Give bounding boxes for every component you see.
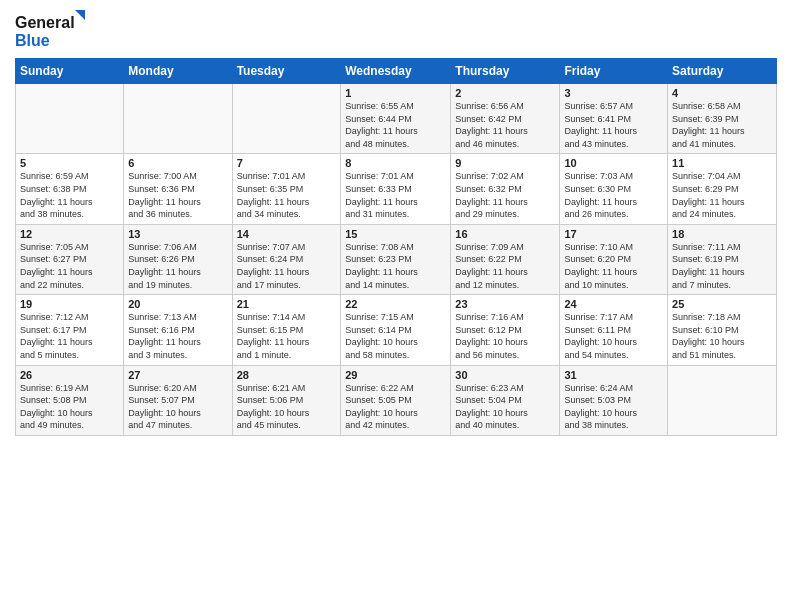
day-number: 24: [564, 298, 663, 310]
day-info: Sunrise: 7:05 AM Sunset: 6:27 PM Dayligh…: [20, 241, 119, 291]
day-number: 29: [345, 369, 446, 381]
calendar-cell: 5Sunrise: 6:59 AM Sunset: 6:38 PM Daylig…: [16, 154, 124, 224]
logo: GeneralBlue: [15, 10, 85, 50]
day-info: Sunrise: 6:22 AM Sunset: 5:05 PM Dayligh…: [345, 382, 446, 432]
calendar-week-2: 5Sunrise: 6:59 AM Sunset: 6:38 PM Daylig…: [16, 154, 777, 224]
day-info: Sunrise: 7:00 AM Sunset: 6:36 PM Dayligh…: [128, 170, 227, 220]
day-info: Sunrise: 6:19 AM Sunset: 5:08 PM Dayligh…: [20, 382, 119, 432]
column-header-monday: Monday: [124, 59, 232, 84]
day-number: 28: [237, 369, 337, 381]
day-info: Sunrise: 7:06 AM Sunset: 6:26 PM Dayligh…: [128, 241, 227, 291]
column-header-sunday: Sunday: [16, 59, 124, 84]
calendar-cell: 8Sunrise: 7:01 AM Sunset: 6:33 PM Daylig…: [341, 154, 451, 224]
calendar-cell: 1Sunrise: 6:55 AM Sunset: 6:44 PM Daylig…: [341, 84, 451, 154]
day-info: Sunrise: 6:55 AM Sunset: 6:44 PM Dayligh…: [345, 100, 446, 150]
day-number: 9: [455, 157, 555, 169]
calendar-cell: 16Sunrise: 7:09 AM Sunset: 6:22 PM Dayli…: [451, 224, 560, 294]
day-number: 5: [20, 157, 119, 169]
calendar-cell: 6Sunrise: 7:00 AM Sunset: 6:36 PM Daylig…: [124, 154, 232, 224]
calendar-cell: 14Sunrise: 7:07 AM Sunset: 6:24 PM Dayli…: [232, 224, 341, 294]
day-info: Sunrise: 7:04 AM Sunset: 6:29 PM Dayligh…: [672, 170, 772, 220]
day-number: 27: [128, 369, 227, 381]
day-number: 21: [237, 298, 337, 310]
day-number: 20: [128, 298, 227, 310]
day-number: 2: [455, 87, 555, 99]
day-info: Sunrise: 7:07 AM Sunset: 6:24 PM Dayligh…: [237, 241, 337, 291]
calendar-cell: 25Sunrise: 7:18 AM Sunset: 6:10 PM Dayli…: [668, 295, 777, 365]
day-info: Sunrise: 7:01 AM Sunset: 6:33 PM Dayligh…: [345, 170, 446, 220]
day-info: Sunrise: 6:23 AM Sunset: 5:04 PM Dayligh…: [455, 382, 555, 432]
day-info: Sunrise: 7:10 AM Sunset: 6:20 PM Dayligh…: [564, 241, 663, 291]
calendar-cell: 18Sunrise: 7:11 AM Sunset: 6:19 PM Dayli…: [668, 224, 777, 294]
calendar-cell: 23Sunrise: 7:16 AM Sunset: 6:12 PM Dayli…: [451, 295, 560, 365]
day-number: 25: [672, 298, 772, 310]
day-info: Sunrise: 7:14 AM Sunset: 6:15 PM Dayligh…: [237, 311, 337, 361]
calendar-cell: 10Sunrise: 7:03 AM Sunset: 6:30 PM Dayli…: [560, 154, 668, 224]
day-number: 7: [237, 157, 337, 169]
day-number: 11: [672, 157, 772, 169]
day-number: 1: [345, 87, 446, 99]
day-info: Sunrise: 7:13 AM Sunset: 6:16 PM Dayligh…: [128, 311, 227, 361]
calendar-cell: 21Sunrise: 7:14 AM Sunset: 6:15 PM Dayli…: [232, 295, 341, 365]
calendar-cell: 9Sunrise: 7:02 AM Sunset: 6:32 PM Daylig…: [451, 154, 560, 224]
day-info: Sunrise: 7:09 AM Sunset: 6:22 PM Dayligh…: [455, 241, 555, 291]
svg-text:Blue: Blue: [15, 32, 50, 49]
calendar-header-row: SundayMondayTuesdayWednesdayThursdayFrid…: [16, 59, 777, 84]
calendar-cell: [124, 84, 232, 154]
day-info: Sunrise: 7:03 AM Sunset: 6:30 PM Dayligh…: [564, 170, 663, 220]
day-number: 23: [455, 298, 555, 310]
column-header-saturday: Saturday: [668, 59, 777, 84]
calendar-table: SundayMondayTuesdayWednesdayThursdayFrid…: [15, 58, 777, 436]
day-info: Sunrise: 6:20 AM Sunset: 5:07 PM Dayligh…: [128, 382, 227, 432]
day-number: 16: [455, 228, 555, 240]
day-info: Sunrise: 7:12 AM Sunset: 6:17 PM Dayligh…: [20, 311, 119, 361]
calendar-cell: [668, 365, 777, 435]
day-info: Sunrise: 7:16 AM Sunset: 6:12 PM Dayligh…: [455, 311, 555, 361]
calendar-cell: 11Sunrise: 7:04 AM Sunset: 6:29 PM Dayli…: [668, 154, 777, 224]
column-header-friday: Friday: [560, 59, 668, 84]
calendar-cell: 22Sunrise: 7:15 AM Sunset: 6:14 PM Dayli…: [341, 295, 451, 365]
calendar-cell: 13Sunrise: 7:06 AM Sunset: 6:26 PM Dayli…: [124, 224, 232, 294]
page: GeneralBlue SundayMondayTuesdayWednesday…: [0, 0, 792, 612]
calendar-cell: 12Sunrise: 7:05 AM Sunset: 6:27 PM Dayli…: [16, 224, 124, 294]
calendar-cell: 20Sunrise: 7:13 AM Sunset: 6:16 PM Dayli…: [124, 295, 232, 365]
calendar-cell: 2Sunrise: 6:56 AM Sunset: 6:42 PM Daylig…: [451, 84, 560, 154]
day-info: Sunrise: 6:58 AM Sunset: 6:39 PM Dayligh…: [672, 100, 772, 150]
calendar-week-5: 26Sunrise: 6:19 AM Sunset: 5:08 PM Dayli…: [16, 365, 777, 435]
day-info: Sunrise: 7:15 AM Sunset: 6:14 PM Dayligh…: [345, 311, 446, 361]
day-info: Sunrise: 6:57 AM Sunset: 6:41 PM Dayligh…: [564, 100, 663, 150]
day-info: Sunrise: 7:18 AM Sunset: 6:10 PM Dayligh…: [672, 311, 772, 361]
calendar-cell: 30Sunrise: 6:23 AM Sunset: 5:04 PM Dayli…: [451, 365, 560, 435]
calendar-cell: 19Sunrise: 7:12 AM Sunset: 6:17 PM Dayli…: [16, 295, 124, 365]
day-number: 17: [564, 228, 663, 240]
logo-svg: GeneralBlue: [15, 10, 85, 50]
calendar-cell: 7Sunrise: 7:01 AM Sunset: 6:35 PM Daylig…: [232, 154, 341, 224]
day-number: 14: [237, 228, 337, 240]
day-info: Sunrise: 7:17 AM Sunset: 6:11 PM Dayligh…: [564, 311, 663, 361]
day-info: Sunrise: 7:01 AM Sunset: 6:35 PM Dayligh…: [237, 170, 337, 220]
calendar-cell: 15Sunrise: 7:08 AM Sunset: 6:23 PM Dayli…: [341, 224, 451, 294]
day-number: 18: [672, 228, 772, 240]
header: GeneralBlue: [15, 10, 777, 50]
calendar-week-1: 1Sunrise: 6:55 AM Sunset: 6:44 PM Daylig…: [16, 84, 777, 154]
day-info: Sunrise: 6:24 AM Sunset: 5:03 PM Dayligh…: [564, 382, 663, 432]
calendar-cell: [232, 84, 341, 154]
calendar-week-4: 19Sunrise: 7:12 AM Sunset: 6:17 PM Dayli…: [16, 295, 777, 365]
day-info: Sunrise: 6:56 AM Sunset: 6:42 PM Dayligh…: [455, 100, 555, 150]
day-info: Sunrise: 7:11 AM Sunset: 6:19 PM Dayligh…: [672, 241, 772, 291]
column-header-wednesday: Wednesday: [341, 59, 451, 84]
svg-text:General: General: [15, 14, 75, 31]
day-number: 30: [455, 369, 555, 381]
calendar-cell: 27Sunrise: 6:20 AM Sunset: 5:07 PM Dayli…: [124, 365, 232, 435]
day-info: Sunrise: 7:02 AM Sunset: 6:32 PM Dayligh…: [455, 170, 555, 220]
day-number: 19: [20, 298, 119, 310]
day-info: Sunrise: 6:59 AM Sunset: 6:38 PM Dayligh…: [20, 170, 119, 220]
day-info: Sunrise: 7:08 AM Sunset: 6:23 PM Dayligh…: [345, 241, 446, 291]
calendar-cell: 31Sunrise: 6:24 AM Sunset: 5:03 PM Dayli…: [560, 365, 668, 435]
column-header-tuesday: Tuesday: [232, 59, 341, 84]
day-number: 13: [128, 228, 227, 240]
calendar-cell: 26Sunrise: 6:19 AM Sunset: 5:08 PM Dayli…: [16, 365, 124, 435]
day-number: 6: [128, 157, 227, 169]
day-number: 12: [20, 228, 119, 240]
calendar-cell: 24Sunrise: 7:17 AM Sunset: 6:11 PM Dayli…: [560, 295, 668, 365]
